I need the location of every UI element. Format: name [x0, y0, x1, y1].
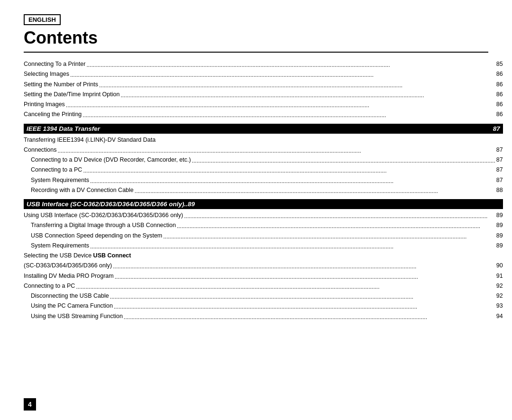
list-item: Using the USB Streaming Function 94 [24, 311, 503, 321]
list-item: Canceling the Printing 86 [24, 110, 503, 119]
list-item: Setting the Number of Prints 86 [24, 80, 503, 90]
list-item: USB Connection Speed depending on the Sy… [24, 231, 503, 241]
list-item: Printing Images 86 [24, 100, 503, 110]
list-item: Recording with a DV Connection Cable 88 [24, 185, 503, 195]
page-number: 4 [24, 398, 36, 411]
list-item: Connecting to a PC 92 [24, 281, 503, 291]
lang-badge: ENGLISH [24, 14, 61, 25]
list-item: Setting the Date/Time Imprint Option 86 [24, 90, 503, 100]
list-item: Transferring IEEE1394 (i.LINK)-DV Standa… [24, 135, 503, 145]
list-item: Connecting To a Printer 85 [24, 59, 503, 69]
list-item: System Requirements 87 [24, 175, 503, 185]
list-item: Using USB Interface (SC-D362/D363/D364/D… [24, 210, 503, 220]
page-title: Contents [24, 28, 488, 53]
list-item: (SC-D363/D364/D365/D366 only) 90 [24, 261, 503, 271]
list-item: Selecting the USB Device USB Connect [24, 251, 503, 261]
page-footer: 4 [24, 398, 36, 411]
section-header-ieee: IEEE 1394 Data Transfer 87 [24, 124, 503, 134]
list-item: Using the PC Camera Function 93 [24, 301, 503, 311]
list-item: Connecting to a PC 87 [24, 165, 503, 175]
section-header-usb: USB Interface (SC-D362/D363/D364/D365/D3… [24, 199, 503, 209]
list-item: Connecting to a DV Device (DVD Recorder,… [24, 155, 503, 165]
list-item: Disconnecting the USB Cable 92 [24, 291, 503, 301]
list-item: Selecting Images 86 [24, 69, 503, 79]
page: ENGLISH Contents Connecting To a Printer… [0, 0, 512, 420]
list-item: System Requirements 89 [24, 241, 503, 251]
list-item: Installing DV Media PRO Program 91 [24, 271, 503, 281]
list-item: Transferring a Digital Image through a U… [24, 220, 503, 230]
left-column: Connecting To a Printer 85 Selecting Ima… [24, 59, 503, 321]
content-columns: Connecting To a Printer 85 Selecting Ima… [24, 59, 488, 321]
list-item: Connections 87 [24, 145, 503, 155]
